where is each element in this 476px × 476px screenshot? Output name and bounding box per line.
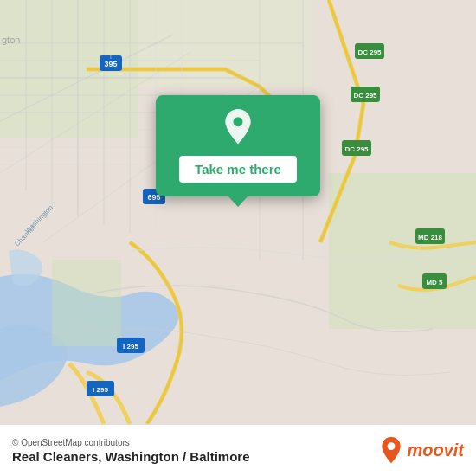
- svg-text:DC 295: DC 295: [353, 92, 377, 100]
- map-container: 395 I 695 DC 295 DC 295 DC 295 MD 218 MD…: [0, 0, 476, 424]
- svg-point-47: [234, 117, 243, 126]
- svg-text:gton: gton: [2, 35, 20, 45]
- svg-text:MD 218: MD 218: [418, 234, 443, 241]
- take-me-there-button[interactable]: Take me there: [179, 156, 297, 183]
- svg-text:I: I: [110, 55, 111, 60]
- svg-text:DC 295: DC 295: [344, 145, 369, 153]
- svg-text:I 295: I 295: [93, 386, 108, 394]
- svg-rect-4: [52, 260, 121, 346]
- svg-text:395: 395: [104, 60, 117, 68]
- svg-rect-3: [329, 173, 476, 329]
- moovit-pin-icon: [379, 437, 403, 465]
- moovit-logo: moovit: [379, 437, 464, 465]
- svg-text:I 295: I 295: [123, 343, 138, 351]
- footer-left: © OpenStreetMap contributors Real Cleane…: [12, 438, 250, 464]
- svg-text:MD 5: MD 5: [426, 279, 443, 286]
- footer: © OpenStreetMap contributors Real Cleane…: [0, 424, 476, 476]
- svg-point-48: [388, 442, 396, 450]
- map-background: 395 I 695 DC 295 DC 295 DC 295 MD 218 MD…: [0, 0, 476, 424]
- osm-credit: © OpenStreetMap contributors: [12, 438, 250, 447]
- moovit-brand-label: moovit: [407, 441, 464, 460]
- popup-card: Take me there: [156, 95, 320, 196]
- location-pin-icon: [219, 109, 257, 147]
- location-title: Real Cleaners, Washington / Baltimore: [12, 449, 250, 464]
- svg-text:DC 295: DC 295: [357, 48, 382, 56]
